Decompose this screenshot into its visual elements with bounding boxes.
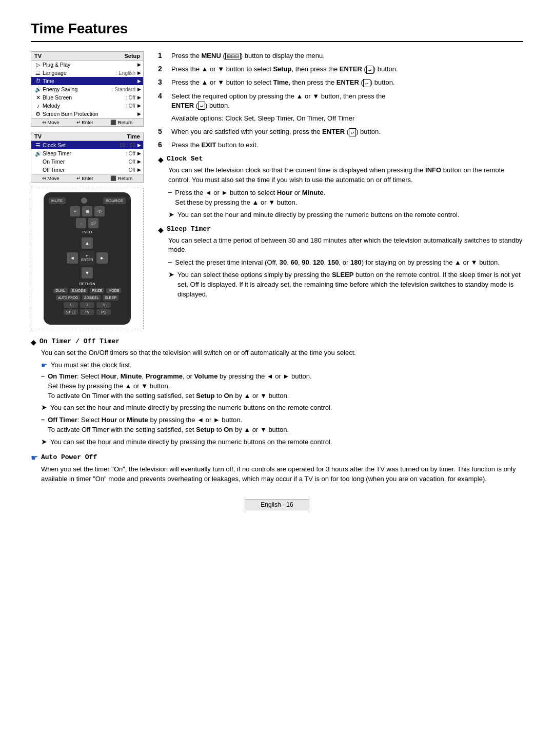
step-4-num: 4 xyxy=(158,92,166,100)
step-6-num: 6 xyxy=(158,141,166,149)
menu-time-left: TV xyxy=(34,133,42,140)
remote-still-btn[interactable]: STILL xyxy=(64,309,78,315)
step-5-num: 5 xyxy=(158,127,166,135)
left-column: TV Setup ▷ Plug & Play ▶ ☰ Language : En… xyxy=(31,51,144,329)
menu-setup: TV Setup ▷ Plug & Play ▶ ☰ Language : En… xyxy=(31,51,144,127)
remote-return-label: RETURN xyxy=(49,282,126,286)
icon-clockset: ☰ xyxy=(33,142,43,148)
lower-sections: ◆ On Timer / Off Timer You can set the O… xyxy=(31,337,523,484)
diamond-sleeptimer: ◆ xyxy=(158,226,164,234)
label-ontimer: On Timer xyxy=(43,158,129,165)
section-ontimer-title: On Timer / Off Timer xyxy=(39,337,120,345)
step-4: 4 Select the required option by pressing… xyxy=(158,92,523,110)
remote-mute-btn[interactable]: MUTE xyxy=(49,197,66,204)
label-sleeptimer: Sleep Timer xyxy=(43,150,126,156)
remote-nav-right[interactable]: ► xyxy=(96,252,108,264)
label-clockset: Clock Set xyxy=(43,142,120,148)
remote-nav-down[interactable]: ▼ xyxy=(82,267,93,278)
sleeptimer-dash1: – Select the preset time interval (Off, … xyxy=(168,258,523,268)
ontimer-dash1-text: On Timer: Select Hour, Minute, Programme… xyxy=(48,372,311,401)
remote-addel-btn[interactable]: ADD/DEL xyxy=(82,295,101,301)
label-offtimer: Off Timer xyxy=(43,167,129,173)
remote-mode-btn[interactable]: MODE xyxy=(106,288,121,293)
remote-btn1[interactable]: 1 xyxy=(64,302,78,308)
remote-mode-row: DUAL S.MODE PSIZE MODE xyxy=(49,288,126,293)
menu-setup-footer: ⇔ Move ↵ Enter ⬛ Return xyxy=(31,118,143,126)
menu-row-plugplay: ▷ Plug & Play ▶ xyxy=(31,61,143,69)
label-melody: Melody xyxy=(43,103,126,109)
right-column: 1 Press the MENU (⊞⊟⊟) button to display… xyxy=(158,51,523,329)
offtimer-arrow1: ➤ You can set the hour and minute direct… xyxy=(41,437,523,447)
step-2-text: Press the ▲ or ▼ button to select Setup,… xyxy=(171,65,398,74)
menu-setup-left: TV xyxy=(34,53,42,59)
menu-row-sleeptimer: 🔊 Sleep Timer : Off ▶ xyxy=(31,149,143,157)
sleeptimer-dash1-text: Select the preset time interval (Off, 30… xyxy=(175,258,500,268)
remote-num-row: 1 2 3 xyxy=(49,302,126,308)
offtimer-dash1: – Off Timer: Select Hour or Minute by pr… xyxy=(41,415,523,435)
page-footer: English - 16 xyxy=(31,499,523,510)
section-autopoweroff-body: When you set the timer "On", the televis… xyxy=(41,465,523,484)
ontimer-dash1: – On Timer: Select Hour, Minute, Program… xyxy=(41,372,523,401)
section-autopoweroff: ☛ Auto Power Off xyxy=(31,453,523,463)
label-bluescreen: Blue Screen xyxy=(43,94,126,101)
remote-top-row: MUTE SOURCE xyxy=(49,197,126,204)
menu-time-right: Time xyxy=(127,133,140,140)
remote-info-label: INFO xyxy=(49,230,126,234)
clockset-dash1-text: Press the ◄ or ► button to select Hour o… xyxy=(175,188,325,208)
sleeptimer-arrow1-text: You can select these options simply by p… xyxy=(177,270,523,300)
remote-psize-btn[interactable]: PSIZE xyxy=(90,288,104,293)
icon-screenburn: ⚙ xyxy=(33,111,43,117)
label-plugplay: Plug & Play xyxy=(43,62,137,68)
clockset-arrow1-text: You can set the hour and minute directly… xyxy=(177,210,459,220)
section-clockset: ◆ Clock Set xyxy=(158,155,523,164)
menu-row-energy: 🔊 Energy Saving : Standard ▶ xyxy=(31,85,143,93)
remote-sleep-btn[interactable]: SLEEP xyxy=(103,295,118,301)
remote-dual-btn[interactable]: DUAL xyxy=(53,288,68,293)
section-sleeptimer-title: Sleep Timer xyxy=(167,225,211,233)
step-3-num: 3 xyxy=(158,78,166,86)
clockset-arrow1: ➤ You can set the hour and minute direct… xyxy=(168,210,523,220)
menu-time-footer: ⇔ Move ↵ Enter ⬛ Return xyxy=(31,174,143,182)
remote-enter-btn[interactable]: ↵ENTER xyxy=(80,251,94,265)
remote-smode-btn[interactable]: S.MODE xyxy=(70,288,88,293)
icon-bluescreen: ✕ xyxy=(33,94,43,101)
step-6-text: Press the EXIT button to exit. xyxy=(171,141,258,150)
remote-btn2[interactable]: 2 xyxy=(80,302,94,308)
remote-misc-row: STILL TV PC xyxy=(49,309,126,315)
step-2: 2 Press the ▲ or ▼ button to select Setu… xyxy=(158,65,523,74)
remote-nav-up[interactable]: ▲ xyxy=(82,237,93,249)
menu-row-language: ☰ Language : English ▶ xyxy=(31,69,143,77)
step-1-num: 1 xyxy=(158,51,166,59)
menu-time: TV Time ☰ Clock Set 00 : 00 ▶ 🔊 Sleep Ti… xyxy=(31,132,144,183)
icon-melody: ♪ xyxy=(33,103,43,109)
label-time: Time xyxy=(43,78,137,84)
remote-autoprog-btn[interactable]: AUTO PROG xyxy=(56,295,80,301)
icon-plugplay: ▷ xyxy=(33,62,43,68)
page-title: Time Features xyxy=(31,21,523,37)
icon-sleeptimer: 🔊 xyxy=(33,150,43,157)
sleeptimer-arrow1: ➤ You can select these options simply by… xyxy=(168,270,523,300)
step-6: 6 Press the EXIT button to exit. xyxy=(158,141,523,150)
menu-row-screenburn: ⚙ Screen Burn Protection ▶ xyxy=(31,110,143,118)
label-energy: Energy Saving xyxy=(43,86,112,92)
remote-pc-btn[interactable]: PC xyxy=(96,309,111,315)
main-layout: TV Setup ▷ Plug & Play ▶ ☰ Language : En… xyxy=(31,51,523,329)
label-language: Language xyxy=(43,70,116,76)
step-3-text: Press the ▲ or ▼ button to select Time, … xyxy=(171,78,395,87)
menu-time-header: TV Time xyxy=(31,132,143,141)
remote-nav-left[interactable]: ◄ xyxy=(67,252,78,264)
offtimer-arrow1-text: You can set the hour and minute directly… xyxy=(50,437,332,447)
icon-language: ☰ xyxy=(33,70,43,76)
menu-setup-right: Setup xyxy=(124,53,140,59)
remote-tv-btn[interactable]: TV xyxy=(80,309,94,315)
section-sleeptimer: ◆ Sleep Timer xyxy=(158,225,523,234)
remote-mid-icons: + ⊞ ◁▷ xyxy=(49,206,126,216)
step-4-text: Select the required option by pressing t… xyxy=(171,92,385,110)
step-1: 1 Press the MENU (⊞⊟⊟) button to display… xyxy=(158,51,523,61)
diamond-clockset: ◆ xyxy=(158,155,164,164)
remote-btn3[interactable]: 3 xyxy=(96,302,111,308)
menu-row-melody: ♪ Melody : Off ▶ xyxy=(31,102,143,110)
menu-row-offtimer: Off Timer Off ▶ xyxy=(31,166,143,174)
remote-source-btn[interactable]: SOURCE xyxy=(103,197,126,204)
footer-label: English - 16 xyxy=(245,499,309,510)
